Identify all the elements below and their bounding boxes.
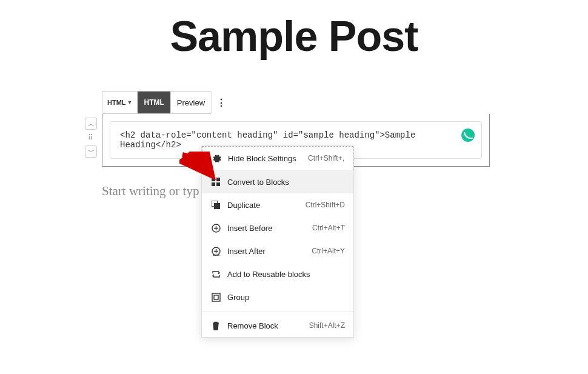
menu-label: Duplicate — [227, 201, 306, 210]
svg-rect-3 — [216, 182, 220, 186]
drag-handle[interactable]: ⠿ — [85, 132, 97, 144]
post-title[interactable]: Sample Post — [0, 12, 588, 61]
blocks-icon — [210, 176, 221, 187]
menu-convert-to-blocks[interactable]: Convert to Blocks — [202, 170, 353, 193]
menu-hide-block-settings[interactable]: Hide Block Settings Ctrl+Shift+, — [202, 146, 353, 170]
svg-rect-2 — [212, 182, 215, 186]
menu-shortcut: Ctrl+Alt+Y — [312, 247, 345, 255]
svg-rect-9 — [212, 293, 220, 301]
more-options-button[interactable]: ⋮ — [212, 92, 230, 113]
svg-rect-10 — [214, 295, 218, 299]
insert-after-icon — [210, 245, 221, 256]
menu-remove-block[interactable]: Remove Block Shift+Alt+Z — [202, 314, 353, 337]
svg-rect-5 — [214, 203, 220, 209]
trash-icon — [210, 320, 221, 331]
block-toolbar: HTML▼ HTML Preview ⋮ — [102, 91, 211, 114]
move-down-button[interactable]: ﹀ — [85, 145, 97, 158]
menu-label: Insert After — [227, 247, 312, 256]
menu-divider — [202, 311, 353, 312]
menu-shortcut: Ctrl+Alt+T — [312, 224, 345, 232]
menu-insert-before[interactable]: Insert Before Ctrl+Alt+T — [202, 216, 353, 239]
preview-tab[interactable]: Preview — [171, 92, 212, 113]
menu-label: Convert to Blocks — [227, 178, 345, 187]
move-up-button[interactable]: ︿ — [85, 118, 97, 130]
duplicate-icon — [210, 199, 221, 210]
block-movers: ︿ ⠿ ﹀ — [85, 118, 97, 158]
menu-shortcut: Shift+Alt+Z — [309, 321, 345, 330]
menu-label: Group — [227, 293, 345, 302]
reusable-icon — [210, 269, 221, 279]
menu-label: Insert Before — [227, 224, 312, 233]
menu-label: Hide Block Settings — [228, 154, 308, 163]
gear-icon — [211, 153, 222, 164]
menu-group[interactable]: Group — [202, 286, 353, 309]
svg-rect-1 — [216, 178, 220, 181]
html-tab[interactable]: HTML — [138, 92, 170, 113]
insert-before-icon — [210, 222, 221, 233]
group-icon — [210, 292, 221, 302]
block-options-menu: Hide Block Settings Ctrl+Shift+, Convert… — [201, 145, 354, 338]
svg-rect-0 — [212, 178, 215, 181]
menu-label: Add to Reusable blocks — [227, 270, 345, 279]
block-type-selector[interactable]: HTML▼ — [102, 92, 138, 113]
menu-duplicate[interactable]: Duplicate Ctrl+Shift+D — [202, 193, 353, 216]
grammarly-icon[interactable] — [461, 129, 475, 142]
menu-shortcut: Ctrl+Shift+, — [308, 154, 344, 162]
menu-insert-after[interactable]: Insert After Ctrl+Alt+Y — [202, 239, 353, 262]
menu-label: Remove Block — [227, 321, 309, 330]
menu-shortcut: Ctrl+Shift+D — [306, 201, 345, 209]
menu-add-reusable[interactable]: Add to Reusable blocks — [202, 262, 353, 286]
